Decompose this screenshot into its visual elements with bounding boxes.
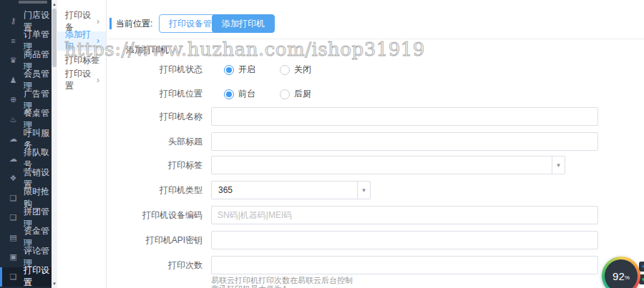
sidebar-item-print-settings[interactable]: ❏打印设置: [0, 267, 52, 287]
submenu-item-label: 添加打印: [65, 29, 97, 53]
sidebar-item-partial: [19, 1, 47, 4]
device-code-row: 打印机设备编码: [118, 206, 598, 224]
position-kitchen-option[interactable]: 后厨: [294, 88, 311, 100]
submenu-item-label: 打印标签: [65, 54, 99, 66]
print-count-row: 打印次数: [118, 256, 598, 274]
breadcrumb-accent-bar: [109, 18, 112, 29]
header-title-input[interactable]: [211, 132, 598, 151]
print-count-help: 易联云打印机打印次数在易联云后台控制 商迅打印机最大值为4: [211, 276, 353, 288]
chevron-down-icon[interactable]: ▼: [357, 182, 370, 199]
globe-icon: ⊕: [8, 95, 19, 104]
sidebar-scrollbar[interactable]: ▲ ▼: [52, 0, 57, 288]
scroll-up-icon[interactable]: ▲: [52, 1, 57, 7]
print-label-select[interactable]: ▼: [211, 156, 565, 174]
breadcrumb: 当前位置:: [116, 14, 152, 33]
pages-icon: ❏: [8, 213, 19, 222]
api-key-input[interactable]: [211, 231, 598, 249]
chevron-right-icon: ›: [97, 36, 99, 46]
header-divider: [107, 39, 644, 39]
device-code-input[interactable]: [211, 206, 598, 224]
ledger-icon: ▤: [8, 233, 19, 242]
cloud-icon: ☁: [8, 134, 19, 144]
status-off-radio[interactable]: [280, 65, 290, 75]
add-printer-button[interactable]: 添加打印机: [212, 14, 275, 33]
position-kitchen-radio[interactable]: [280, 89, 290, 99]
form-title: 添加打印机: [126, 44, 169, 56]
print-label-label: 打印标签: [118, 159, 203, 172]
printer-position-row: 打印机位置 前台 后厨: [118, 88, 336, 100]
submenu-item-label: 打印设置: [65, 68, 97, 92]
cloud-icon: ☁: [8, 154, 19, 164]
chevron-down-icon[interactable]: ▼: [552, 157, 565, 174]
main-content: 当前位置: 打印设备管理 添加打印机 添加打印机 打印机状态 开启 关闭 打印机…: [107, 0, 644, 288]
submenu-item-add-print[interactable]: 添加打印›: [57, 31, 106, 51]
help-line-1: 易联云打印机打印次数在易联云后台控制: [211, 276, 353, 284]
printer-type-select[interactable]: 365 ▼: [211, 181, 371, 199]
printer-type-value: 365: [212, 185, 357, 195]
api-key-row: 打印机API密钥: [118, 231, 598, 249]
help-line-2: 商迅打印机最大值为4: [211, 284, 353, 288]
status-on-radio[interactable]: [224, 65, 234, 75]
printer-type-row: 打印机类型 365 ▼: [118, 181, 371, 199]
gift-icon: ❖: [8, 174, 19, 183]
sidebar-item-label: 打印设置: [24, 264, 52, 288]
printer-submenu: 打印设备›添加打印›打印标签打印设置›: [57, 0, 107, 288]
pages-icon: ❏: [8, 194, 19, 203]
comment-icon: ▣: [8, 252, 19, 262]
submenu-item-print-settings[interactable]: 打印设置›: [57, 71, 106, 91]
key-icon: ⚷: [8, 16, 19, 26]
printer-type-label: 打印机类型: [118, 184, 203, 197]
main-sidebar: ⚷门店设置≡订单管理♛商品管理♟会员管理⊕广告管理♨餐桌管理☁呼叫服务☁排队取号…: [0, 0, 52, 288]
status-on-option[interactable]: 开启: [238, 64, 255, 76]
zoom-percentage: 92 %: [605, 259, 638, 288]
zoom-value: 92: [613, 270, 625, 282]
user-icon: ♟: [8, 76, 19, 85]
scrollbar-thumb[interactable]: [52, 9, 57, 67]
scroll-down-icon[interactable]: ▼: [52, 281, 57, 287]
table-icon: ♨: [8, 115, 19, 124]
status-off-option[interactable]: 关闭: [294, 64, 311, 76]
zoom-percent-sign: %: [625, 274, 630, 281]
header-title-row: 头部标题: [118, 132, 598, 151]
printer-status-row: 打印机状态 开启 关闭: [118, 64, 336, 76]
print-count-label: 打印次数: [118, 259, 203, 272]
api-key-label: 打印机API密钥: [118, 234, 203, 247]
print-icon: ❏: [8, 272, 19, 282]
position-front-option[interactable]: 前台: [238, 88, 255, 100]
chevron-right-icon: ›: [97, 75, 99, 85]
printer-name-input[interactable]: [211, 107, 598, 126]
position-front-radio[interactable]: [224, 89, 234, 99]
print-label-row: 打印标签 ▼: [118, 156, 565, 174]
header-title-label: 头部标题: [118, 136, 203, 148]
printer-name-row: 打印机名称: [118, 107, 598, 126]
printer-name-label: 打印机名称: [118, 111, 203, 123]
list-icon: ≡: [8, 36, 19, 45]
printer-status-label: 打印机状态: [118, 64, 203, 76]
print-count-input[interactable]: [211, 256, 598, 274]
chevron-right-icon: ›: [97, 16, 99, 26]
printer-position-label: 打印机位置: [118, 88, 203, 100]
trophy-icon: ♛: [8, 56, 19, 65]
device-code-label: 打印机设备编码: [118, 209, 203, 222]
